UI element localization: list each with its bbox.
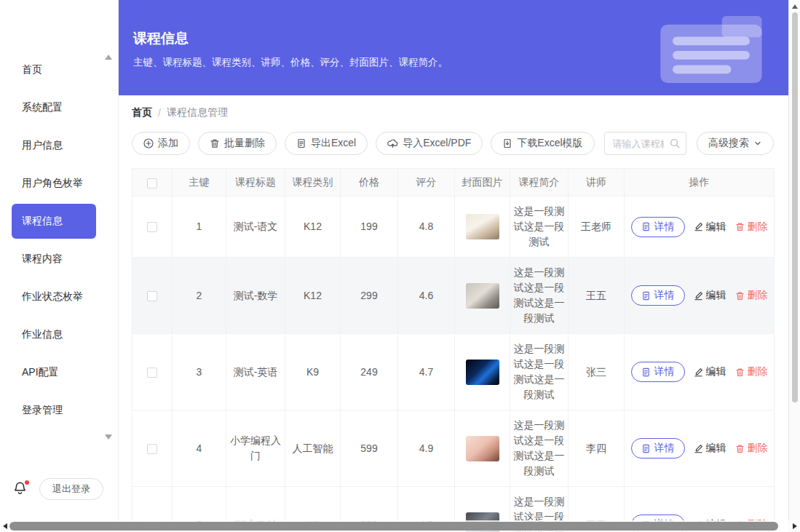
row-checkbox[interactable]: [147, 368, 157, 378]
cell-price: 299: [341, 258, 398, 334]
edit-pencil-icon: [694, 368, 703, 377]
trash-icon: [735, 368, 745, 377]
sidebar-menu-item[interactable]: 登录管理: [0, 392, 118, 429]
detail-label: 详情: [654, 221, 675, 234]
table-row: 1 测试-语文 K12 199 4.8 这是一段测试这是一段测试 王老师 详情 …: [132, 196, 775, 258]
document-detail-icon: [641, 368, 651, 377]
sidebar-menu-item-label: 课程信息: [22, 215, 63, 228]
column-header: 讲师: [569, 169, 625, 196]
column-header: 操作: [625, 169, 775, 196]
detail-button[interactable]: 详情: [631, 362, 685, 382]
chevron-down-icon: [753, 139, 762, 148]
sidebar-footer: 退出登录: [0, 478, 118, 500]
delete-button[interactable]: 删除: [735, 221, 768, 234]
add-button[interactable]: 添加: [132, 132, 190, 155]
edit-pencil-icon: [694, 291, 703, 301]
cell-rating: 4.6: [398, 258, 455, 334]
delete-label: 删除: [748, 289, 768, 302]
cell-teacher: 王五: [569, 258, 625, 334]
row-actions: 详情 编辑 删除: [627, 362, 771, 382]
delete-label: 删除: [748, 442, 768, 455]
row-checkbox[interactable]: [147, 222, 157, 232]
cell-id: 1: [173, 196, 226, 258]
edit-button[interactable]: 编辑: [694, 289, 726, 302]
delete-label: 删除: [748, 221, 768, 234]
batch-delete-button[interactable]: 批量删除: [198, 132, 277, 155]
cell-rating: 4.8: [398, 196, 455, 258]
cell-category: 人工智能: [285, 410, 341, 487]
column-header: 课程标题: [226, 169, 285, 196]
row-checkbox[interactable]: [147, 444, 157, 454]
notification-dot: [25, 480, 29, 485]
detail-button[interactable]: 详情: [631, 438, 685, 458]
sidebar-menu-item-label: 用户角色枚举: [22, 177, 83, 190]
main-content: 课程信息 主键、课程标题、课程类别、讲师、价格、评分、封面图片、课程简介。 首页…: [119, 0, 788, 532]
sidebar-menu-item[interactable]: 首页: [0, 51, 118, 89]
delete-button[interactable]: 删除: [735, 442, 768, 455]
horizontal-scrollbar[interactable]: [0, 520, 788, 532]
trash-icon: [735, 291, 745, 301]
sidebar-menu-item[interactable]: 课程内容: [0, 240, 118, 278]
edit-button[interactable]: 编辑: [694, 442, 726, 455]
sidebar-menu-item[interactable]: 作业信息: [0, 316, 118, 354]
breadcrumb-current: 课程信息管理: [167, 106, 228, 119]
cover-image: [466, 360, 499, 385]
edit-pencil-icon: [694, 222, 703, 231]
sidebar-scroll-up-icon[interactable]: [105, 55, 112, 60]
delete-button[interactable]: 删除: [735, 365, 768, 378]
detail-label: 详情: [654, 442, 675, 455]
scroll-left-arrow-icon[interactable]: [3, 523, 7, 529]
select-all-checkbox[interactable]: [147, 178, 157, 188]
sidebar-menu-item[interactable]: 课程信息: [12, 204, 96, 239]
edit-button[interactable]: 编辑: [694, 365, 726, 378]
sidebar-menu-item[interactable]: 作业状态枚举: [0, 278, 118, 316]
delete-button[interactable]: 删除: [735, 289, 768, 302]
breadcrumb-home[interactable]: 首页: [132, 106, 152, 119]
detail-button[interactable]: 详情: [631, 285, 685, 306]
advanced-search-button[interactable]: 高级搜索: [697, 132, 774, 155]
sidebar-menu-item-label: 用户信息: [22, 139, 63, 152]
delete-label: 删除: [748, 365, 768, 378]
cell-rating: 4.7: [398, 334, 455, 410]
scroll-right-arrow-icon[interactable]: [793, 523, 797, 529]
app-body: 首页 系统配置 用户信息 用户角色枚举 课程信息 课程内容 作业状态枚举 作业信…: [0, 0, 788, 532]
import-excel-button[interactable]: 导入Excel/PDF: [376, 132, 483, 155]
sidebar-menu-item-label: 系统配置: [22, 101, 63, 114]
cloud-upload-icon: [387, 138, 398, 148]
vertical-scrollbar[interactable]: [788, 0, 800, 532]
edit-button[interactable]: 编辑: [694, 221, 726, 234]
cover-image: [466, 436, 499, 461]
document-icon: [296, 138, 306, 148]
cell-category: K12: [285, 196, 341, 258]
export-excel-button[interactable]: 导出Excel: [285, 132, 368, 155]
scroll-up-arrow-icon[interactable]: [792, 4, 798, 9]
search-input[interactable]: [604, 132, 686, 155]
sidebar-menu-item[interactable]: 系统配置: [0, 89, 118, 127]
table-row: 4 小学编程入门 人工智能 599 4.9 这是一段测试这是一段测试这是一段测试…: [132, 410, 775, 487]
sidebar-menu-item[interactable]: API配置: [0, 354, 118, 392]
download-template-button[interactable]: 下载Excel模版: [491, 132, 594, 155]
cell-price: 199: [341, 196, 398, 258]
column-header: 封面图片: [455, 169, 510, 196]
breadcrumb: 首页 / 课程信息管理: [132, 106, 774, 119]
cell-price: 249: [341, 334, 398, 410]
logout-button[interactable]: 退出登录: [39, 478, 103, 500]
sidebar-menu-item[interactable]: 用户角色枚举: [0, 164, 118, 202]
toolbar: 添加 批量删除 导出Excel 导入Excel/PDF: [132, 132, 774, 155]
cell-title: 测试-语文: [226, 196, 285, 258]
sidebar-menu-item-label: 作业状态枚举: [22, 290, 83, 303]
vertical-scrollbar-thumb[interactable]: [792, 12, 798, 402]
sidebar-scroll-down-icon[interactable]: [105, 434, 112, 440]
sidebar-menu-item-label: 课程内容: [22, 253, 63, 266]
edit-label: 编辑: [706, 365, 726, 378]
horizontal-scrollbar-thumb[interactable]: [9, 522, 778, 531]
course-table: 主键课程标题课程类别价格评分封面图片课程简介讲师操作 1 测试-语文 K12 1…: [132, 168, 775, 532]
cell-id: 2: [173, 258, 226, 334]
detail-button[interactable]: 详情: [631, 217, 685, 237]
cell-intro: 这是一段测试这是一段测试这是一段测试: [510, 410, 569, 487]
trash-icon: [210, 138, 220, 148]
sidebar-menu-item[interactable]: 用户信息: [0, 127, 118, 164]
sidebar: 首页 系统配置 用户信息 用户角色枚举 课程信息 课程内容 作业状态枚举 作业信…: [0, 0, 119, 532]
row-checkbox[interactable]: [147, 291, 157, 301]
notification-bell-icon[interactable]: [13, 481, 28, 497]
